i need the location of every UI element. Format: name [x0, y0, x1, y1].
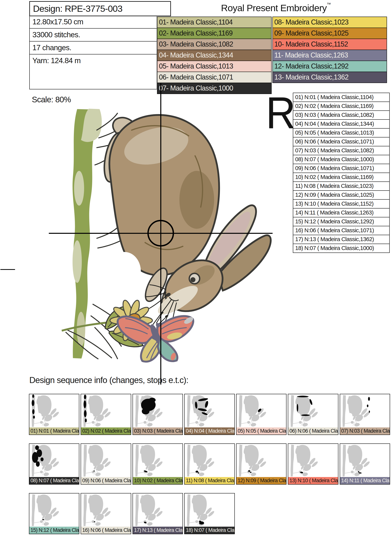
thread-color-row: 03- Madeira Classic,1082 [157, 38, 272, 50]
thread-color-row: 05- Madeira Classic,1013 [157, 61, 272, 72]
thumbnail-image [81, 493, 131, 527]
thumbnail-image [29, 493, 79, 527]
sequence-thumbnail: 05) N:05 ( Madeira Classic,1013) [236, 394, 287, 435]
thumbnail-caption: 04) N:04 ( Madeira Classic,1344) [185, 427, 234, 435]
thumbnail-image [288, 394, 338, 427]
thumbnail-caption: 03) N:03 ( Madeira Classic,1082) [133, 427, 183, 435]
sequence-thumbnail: 01) N:01 ( Madeira Classic,1104) [29, 394, 79, 435]
thumbnail-caption: 02) N:02 ( Madeira Classic,1169) [81, 427, 131, 435]
sequence-thumbnail: 14) N:11 ( Madeira Classic,1263) [340, 443, 390, 485]
thumbnail-image [288, 444, 338, 477]
design-size: 12.80x17.50 cm [30, 16, 157, 29]
sequence-list-item: 14) N:11 ( Madeira Classic,1263) [293, 208, 390, 217]
thumbnail-image [340, 444, 390, 477]
sequence-list-item: 01) N:01 ( Madeira Classic,1104) [293, 93, 390, 102]
left-ruler-mark [0, 269, 15, 270]
sequence-thumbnail: 06) N:06 ( Madeira Classic,1071) [288, 394, 338, 435]
sequence-thumbnail: 17) N:13 ( Madeira Classic,1362) [132, 493, 183, 534]
sequence-list-item: 12) N:09 ( Madeira Classic,1025) [293, 190, 390, 200]
thumbnail-image [133, 493, 183, 527]
thumbnail-image [185, 493, 234, 527]
sequence-list-item: 17) N:13 ( Madeira Classic,1362) [293, 235, 390, 244]
thumbnail-image [340, 394, 390, 427]
sequence-thumbnail: 18) N:07 ( Madeira Classic,1000) [184, 493, 235, 534]
thumbnail-caption: 07) N:03 ( Madeira Classic,1082) [340, 427, 390, 435]
sequence-thumbnail: 02) N:02 ( Madeira Classic,1169) [81, 394, 131, 435]
thumbnail-caption: 12) N:09 ( Madeira Classic,1025) [236, 477, 286, 484]
thread-color-row: 02- Madeira Classic,1169 [157, 28, 272, 39]
thumbnail-image [185, 444, 234, 477]
sequence-list: 01) N:01 ( Madeira Classic,1104)02) N:02… [293, 93, 390, 253]
thread-color-row: 10- Madeira Classic,1152 [272, 38, 387, 50]
brand-name: Royal Present Embroidery [221, 3, 327, 13]
thumbnail-caption: 16) N:06 ( Madeira Classic,1071) [81, 527, 131, 534]
sequence-section-title: Design sequence info (changes, stops e.t… [29, 375, 188, 385]
sequence-list-item: 06) N:06 ( Madeira Classic,1071) [293, 137, 390, 146]
thumbnail-caption: 17) N:13 ( Madeira Classic,1362) [133, 527, 183, 534]
trademark-symbol: ™ [327, 2, 331, 7]
thumbnail-caption: 05) N:05 ( Madeira Classic,1013) [236, 427, 286, 435]
change-count: 17 changes. [30, 42, 157, 54]
sequence-list-item: 18) N:07 ( Madeira Classic,1000) [293, 244, 390, 253]
sequence-list-item: 16) N:06 ( Madeira Classic,1071) [293, 226, 390, 235]
thumbnail-image [133, 394, 183, 427]
sequence-list-item: 05) N:05 ( Madeira Classic,1013) [293, 128, 390, 137]
thread-legend-column-1: 01- Madeira Classic,110402- Madeira Clas… [157, 17, 272, 94]
brand-logo-r: R [266, 90, 296, 135]
thumbnail-caption: 14) N:11 ( Madeira Classic,1263) [340, 477, 390, 484]
sequence-thumbnail: 09) N:06 ( Madeira Classic,1071) [81, 443, 131, 485]
thumbnail-caption: 10) N:02 ( Madeira Classic,1169) [133, 477, 183, 484]
thumbnail-caption: 18) N:07 ( Madeira Classic,1000) [185, 527, 234, 534]
sequence-list-item: 04) N:04 ( Madeira Classic,1344) [293, 119, 390, 129]
brand-title: Royal Present Embroidery™ [189, 2, 363, 13]
unstitched-gap [108, 252, 141, 291]
sequence-thumbnail-grid: 01) N:01 ( Madeira Classic,1104) 02) N:0… [29, 394, 390, 534]
thumbnail-caption: 09) N:06 ( Madeira Classic,1071) [81, 477, 131, 484]
thread-color-row: 13- Madeira Classic,1362 [272, 72, 387, 83]
thumbnail-image [81, 394, 131, 427]
sequence-list-item: 07) N:03 ( Madeira Classic,1082) [293, 146, 390, 155]
design-title: Design: RPE-3775-003 [33, 4, 122, 14]
sequence-thumbnail: 11) N:08 ( Madeira Classic,1023) [184, 443, 235, 485]
design-sheet: Design: RPE-3775-003 Royal Present Embro… [0, 0, 392, 539]
sequence-thumbnail: 07) N:03 ( Madeira Classic,1082) [340, 394, 390, 435]
thumbnail-caption: 08) N:07 ( Madeira Classic,1000) [29, 477, 79, 484]
thread-color-row: 01- Madeira Classic,1104 [157, 17, 272, 28]
sequence-list-item: 13) N:10 ( Madeira Classic,1152) [293, 199, 390, 208]
sequence-list-item: 09) N:06 ( Madeira Classic,1071) [293, 164, 390, 173]
sequence-list-item: 02) N:02 ( Madeira Classic,1169) [293, 101, 390, 111]
sequence-thumbnail: 10) N:02 ( Madeira Classic,1169) [132, 443, 183, 485]
yarn-length: Yarn: 124.84 m [30, 54, 157, 67]
scale-label: Scale: 80% [32, 95, 71, 104]
thumbnail-image [133, 444, 183, 477]
crosshair-circle [147, 220, 174, 246]
sequence-list-item: 10) N:02 ( Madeira Classic,1169) [293, 173, 390, 182]
thumbnail-image [236, 394, 286, 427]
sequence-thumbnail: 03) N:03 ( Madeira Classic,1082) [132, 394, 183, 435]
thread-color-row: 04- Madeira Classic,1344 [157, 50, 272, 61]
design-info-box: 12.80x17.50 cm 33000 stitches. 17 change… [29, 16, 157, 89]
thread-color-row: 08- Madeira Classic,1023 [272, 17, 387, 28]
thumbnail-image [185, 394, 234, 427]
thumbnail-image [236, 444, 286, 477]
thumbnail-caption: 13) N:10 ( Madeira Classic,1152) [288, 477, 338, 484]
thumbnail-image [29, 444, 79, 477]
thumbnail-image [81, 444, 131, 477]
thread-color-row: 11- Madeira Classic,1263 [272, 50, 387, 61]
butterfly-head [156, 323, 160, 327]
thread-color-row: 09- Madeira Classic,1025 [272, 28, 387, 39]
thumbnail-caption: 06) N:06 ( Madeira Classic,1071) [288, 427, 338, 435]
thread-legend-column-2: 08- Madeira Classic,102309- Madeira Clas… [272, 17, 387, 83]
rabbit [100, 114, 271, 332]
thumbnail-caption: 11) N:08 ( Madeira Classic,1023) [185, 477, 234, 484]
sequence-list-item: 03) N:03 ( Madeira Classic,1082) [293, 111, 390, 120]
sequence-thumbnail: 16) N:06 ( Madeira Classic,1071) [81, 493, 131, 534]
thread-color-row: 07- Madeira Classic,1000 [157, 83, 272, 94]
thumbnail-image [29, 394, 79, 427]
sequence-list-item: 11) N:08 ( Madeira Classic,1023) [293, 182, 390, 191]
butterfly [118, 311, 194, 361]
sequence-thumbnail: 12) N:09 ( Madeira Classic,1025) [236, 443, 287, 485]
sequence-thumbnail: 04) N:04 ( Madeira Classic,1344) [184, 394, 235, 435]
sequence-thumbnail: 15) N:12 ( Madeira Classic,1292) [29, 493, 79, 534]
sequence-list-item: 15) N:12 ( Madeira Classic,1292) [293, 217, 390, 226]
